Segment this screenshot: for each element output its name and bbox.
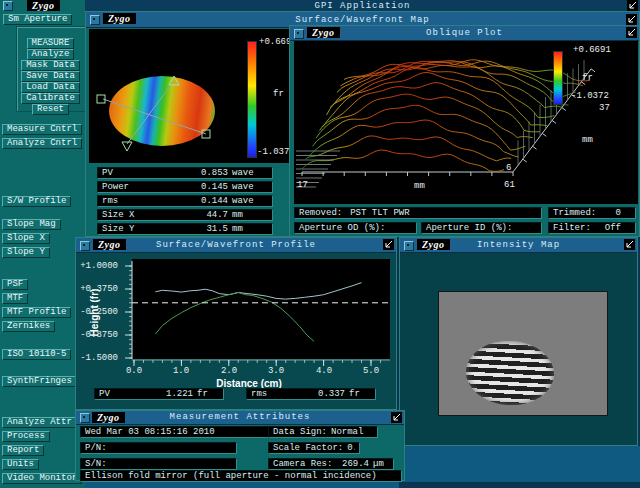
map-crosshair[interactable] — [89, 29, 319, 163]
stat-unit: wave — [232, 182, 268, 192]
sidebar-button-save-data[interactable]: Save Data — [21, 71, 80, 82]
sidebar-button-analyze[interactable]: Analyze — [27, 49, 75, 60]
sidebar-button-mtf[interactable]: MTF — [2, 293, 28, 304]
comment-value: Ellison fold mirror (full aperture - nor… — [85, 471, 397, 481]
stat-label: Power — [102, 182, 150, 192]
main-title-bar: GPI Application — [85, 0, 640, 11]
sidebar-button-analyze-cntrl[interactable]: Analyze Cntrl — [2, 138, 82, 149]
profile-pv-label: PV — [99, 389, 127, 399]
sidebar-button-mask-data[interactable]: Mask Data — [21, 60, 80, 71]
oblique-plot-title: Oblique Plot — [290, 28, 639, 38]
pv-field: PV0.853wave — [97, 167, 273, 179]
sidebar-button-video-monitor[interactable]: Video Monitor — [2, 473, 82, 484]
camera-res-value: 269.4 — [336, 459, 369, 469]
pin-icon[interactable] — [626, 27, 637, 38]
sidebar-button-zernikes[interactable]: Zernikes — [2, 321, 55, 332]
serial-number-field[interactable]: S/N: — [80, 458, 237, 470]
removed-value: PST TLT PWR — [346, 208, 537, 218]
pin-icon[interactable] — [627, 0, 638, 11]
data-sign-label: Data Sign: — [273, 427, 327, 437]
measurement-attributes-window: Zygo Measurement Attributes Wed Mar 03 0… — [75, 410, 405, 481]
stat-unit: wave — [232, 168, 268, 178]
sidebar-button-mtf-profile[interactable]: MTF Profile — [2, 307, 71, 318]
profile-window: Zygo Surface/Wavefront Profile +1.0000 +… — [75, 237, 397, 410]
oblique-colorbar-max: +0.6691 — [573, 45, 611, 55]
stat-label: rms — [102, 196, 150, 206]
stat-unit: wave — [232, 196, 268, 206]
sidebar-button-slope-mag[interactable]: Slope Mag — [2, 219, 61, 230]
sidebar-button-load-data[interactable]: Load Data — [21, 82, 80, 93]
pin-icon[interactable] — [383, 239, 394, 250]
camera-res-unit: µm — [373, 459, 389, 469]
pin-icon[interactable] — [626, 14, 637, 25]
profile-xtick: 1.0 — [166, 366, 196, 376]
sidebar-button-calibrate[interactable]: Calibrate — [21, 93, 80, 104]
timestamp-value: Wed Mar 03 08:15:16 2010 — [85, 427, 272, 437]
stat-value: 0.145 — [154, 182, 228, 192]
app-menu-icon[interactable] — [3, 1, 13, 11]
filter-value: Off — [595, 223, 631, 233]
map-colorbar-unit: fr — [273, 89, 284, 99]
filter-label: Filter: — [553, 223, 591, 233]
sidebar: Sm Aperture MEASUREAnalyzeMask DataSave … — [0, 0, 85, 488]
power-field: Power0.145wave — [97, 181, 273, 193]
oblique-colorbar — [553, 51, 563, 105]
oblique-yaxis-unit: mm — [582, 135, 593, 145]
oblique-3d-mesh — [294, 41, 638, 204]
trimmed-label: Trimmed: — [553, 208, 596, 218]
surface-map-plot[interactable]: +0.6691 fr -1.0372 — [89, 29, 319, 163]
sidebar-button-reset[interactable]: Reset — [32, 104, 69, 115]
profile-xtick: 0.0 — [119, 366, 149, 376]
sidebar-button-measure[interactable]: MEASURE — [27, 38, 75, 49]
sidebar-button-slope-y[interactable]: Slope Y — [2, 247, 50, 258]
map-stats-table: PV0.853wavePower0.145waverms0.144waveSiz… — [97, 167, 273, 237]
stat-label: Size Y — [102, 224, 150, 234]
removed-field[interactable]: Removed: PST TLT PWR — [294, 207, 542, 219]
size-y-field: Size Y31.5mm — [97, 223, 273, 235]
sidebar-button-slope-x[interactable]: Slope X — [2, 233, 50, 244]
bottom-right-area — [399, 446, 640, 482]
stat-unit: mm — [232, 224, 268, 234]
sidebar-button-report[interactable]: Report — [2, 445, 44, 456]
oblique-yaxis-min: 6 — [506, 163, 511, 173]
trimmed-field[interactable]: Trimmed: 0 — [548, 207, 636, 219]
part-number-field[interactable]: P/N: — [80, 442, 237, 454]
stat-value: 44.7 — [154, 210, 228, 220]
sidebar-button-process[interactable]: Process — [2, 431, 50, 442]
camera-res-label: Camera Res: — [273, 459, 332, 469]
stat-value: 0.853 — [154, 168, 228, 178]
sidebar-button-synthfringes[interactable]: SynthFringes — [2, 376, 77, 387]
sidebar-button-analyze-attr[interactable]: Analyze Attr — [2, 417, 77, 428]
scale-factor-field[interactable]: Scale Factor: 0.5 — [268, 442, 360, 454]
sidebar-button-units[interactable]: Units — [2, 459, 39, 470]
sidebar-button-sm-aperture[interactable]: Sm Aperture — [3, 14, 72, 25]
part-number-label: P/N: — [85, 443, 107, 453]
comment-field[interactable]: Ellison fold mirror (full aperture - nor… — [80, 470, 402, 482]
app-title: GPI Application — [85, 1, 640, 11]
pin-icon[interactable] — [391, 412, 402, 423]
stat-value: 0.144 — [154, 196, 228, 206]
camera-res-field[interactable]: Camera Res: 269.4 µm — [268, 458, 394, 470]
size-x-field: Size X44.7mm — [97, 209, 273, 221]
aperture-id-label: Aperture ID (%): — [426, 223, 512, 233]
aperture-od-field[interactable]: Aperture OD (%): — [294, 222, 417, 234]
sidebar-button-measure-cntrl[interactable]: Measure Cntrl — [2, 124, 82, 135]
sidebar-button-iso-10110-5[interactable]: ISO 10110-5 — [2, 349, 71, 360]
sidebar-button-psf[interactable]: PSF — [2, 279, 28, 290]
profile-xtick: 2.0 — [214, 366, 244, 376]
measurement-title: Measurement Attributes — [76, 412, 404, 422]
profile-xtick: 5.0 — [356, 366, 386, 376]
interference-fringes — [464, 339, 555, 408]
data-sign-field[interactable]: Data Sign: Normal — [268, 426, 378, 438]
oblique-colorbar-min: -1.0372 — [571, 91, 609, 101]
data-sign-value: Normal — [331, 427, 373, 437]
surface-map-title: Surface/Wavefront Map — [86, 15, 639, 25]
zygo-logo: Zygo — [27, 0, 60, 11]
sidebar-button-s-w-profile[interactable]: S/W Profile — [2, 196, 71, 207]
stat-value: 31.5 — [154, 224, 228, 234]
filter-field[interactable]: Filter: Off — [548, 222, 636, 234]
intensity-camera-image — [438, 291, 608, 416]
profile-pv-value: 1.221 — [131, 389, 193, 399]
aperture-id-field[interactable]: Aperture ID (%): — [421, 222, 542, 234]
pin-icon[interactable] — [624, 239, 635, 250]
